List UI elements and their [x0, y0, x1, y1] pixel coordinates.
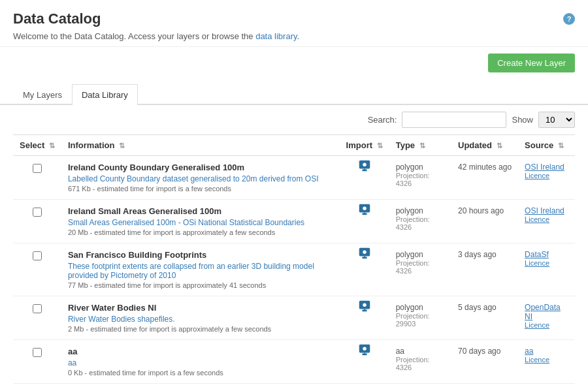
data-library-link[interactable]: data library	[255, 31, 297, 41]
col-select: Select ⇅	[13, 135, 61, 156]
source-cell: OSI Ireland Licence	[518, 200, 575, 243]
row-description: aa	[68, 358, 333, 367]
updated-cell: 3 days ago	[451, 243, 518, 296]
search-input[interactable]	[402, 112, 506, 128]
projection: Projection: 4326	[396, 172, 445, 187]
sort-select-icon[interactable]: ⇅	[49, 142, 55, 149]
row-checkbox[interactable]	[33, 251, 42, 260]
row-description: Labelled County Boundary dataset general…	[68, 174, 333, 183]
row-meta: 0 Kb - estimated time for import is a fe…	[68, 369, 333, 377]
import-cell[interactable]	[340, 200, 389, 223]
row-title: Ireland County Boundary Generalised 100m	[68, 163, 333, 172]
row-description: Small Areas Generalised 100m - OSi Natio…	[68, 218, 333, 227]
type-name: aa	[396, 347, 445, 356]
col-import: Import ⇅	[340, 135, 389, 156]
source-link[interactable]: aa	[525, 347, 533, 356]
col-updated: Updated ⇅	[451, 135, 518, 156]
type-name: polygon	[396, 250, 445, 259]
tabs: My Layers Data Library	[0, 84, 588, 105]
table-row: Ireland County Boundary Generalised 100m…	[13, 156, 575, 200]
row-description: These footprint extents are collapsed fr…	[68, 262, 333, 280]
col-information: Information ⇅	[61, 135, 340, 156]
row-title: aa	[68, 347, 333, 356]
source-cell: aa Licence	[518, 340, 575, 384]
search-label: Search:	[368, 115, 397, 125]
col-type: Type ⇅	[389, 135, 451, 156]
row-checkbox[interactable]	[33, 208, 42, 217]
projection: Projection: 29903	[396, 312, 445, 328]
info-cell: River Water Bodies NI River Water Bodies…	[61, 296, 340, 340]
svg-point-9	[363, 250, 367, 254]
type-name: polygon	[396, 206, 445, 215]
licence-link[interactable]: Licence	[525, 172, 568, 179]
svg-rect-3	[364, 169, 365, 170]
updated-cell: 5 days ago	[451, 296, 518, 340]
svg-rect-11	[364, 257, 365, 258]
help-icon[interactable]: ?	[563, 13, 575, 25]
create-new-layer-button[interactable]: Create New Layer	[488, 54, 575, 72]
import-cell[interactable]	[340, 156, 389, 179]
updated-cell: 42 minutes ago	[451, 156, 518, 200]
info-cell: Ireland County Boundary Generalised 100m…	[61, 156, 340, 200]
source-cell: DataSf Licence	[518, 243, 575, 296]
row-meta: 20 Mb - estimated time for import is app…	[68, 228, 333, 236]
row-checkbox[interactable]	[33, 164, 42, 173]
svg-rect-15	[364, 309, 365, 311]
show-label: Show	[512, 115, 533, 125]
import-icon[interactable]	[357, 159, 372, 173]
row-title: Ireland Small Areas Generalised 100m	[68, 206, 333, 216]
sort-source-icon[interactable]: ⇅	[558, 142, 564, 149]
projection: Projection: 4326	[396, 215, 445, 231]
svg-rect-19	[364, 353, 365, 354]
source-link[interactable]: OpenData NI	[525, 303, 561, 321]
type-name: polygon	[396, 303, 445, 312]
type-cell: polygon Projection: 4326	[389, 156, 451, 200]
info-cell: aa aa 0 Kb - estimated time for import i…	[61, 340, 340, 384]
type-cell: polygon Projection: 4326	[389, 243, 451, 296]
row-meta: 2 Mb - estimated time for import is appr…	[68, 325, 333, 333]
sort-information-icon[interactable]: ⇅	[119, 142, 125, 149]
import-cell[interactable]	[340, 296, 389, 320]
table-row: Ireland Small Areas Generalised 100m Sma…	[13, 200, 575, 243]
tab-data-library[interactable]: Data Library	[72, 84, 138, 105]
type-cell: aa Projection: 4326	[389, 340, 451, 384]
sort-type-icon[interactable]: ⇅	[419, 142, 425, 149]
source-link[interactable]: OSI Ireland	[525, 163, 564, 172]
select-cell	[13, 296, 61, 340]
info-cell: San Francisco Building Footprints These …	[61, 243, 340, 296]
table-row: River Water Bodies NI River Water Bodies…	[13, 296, 575, 340]
licence-link[interactable]: Licence	[525, 215, 568, 223]
import-cell[interactable]	[340, 243, 389, 267]
svg-point-5	[363, 206, 367, 210]
import-icon[interactable]	[357, 299, 372, 313]
import-cell[interactable]	[340, 340, 389, 364]
data-table: Select ⇅ Information ⇅ Import ⇅ Type ⇅ U…	[13, 134, 575, 384]
licence-link[interactable]: Licence	[525, 321, 568, 329]
sort-updated-icon[interactable]: ⇅	[497, 142, 502, 149]
updated-cell: 20 hours ago	[451, 200, 518, 243]
row-meta: 671 Kb - estimated time for import is a …	[68, 185, 333, 193]
import-icon[interactable]	[357, 202, 372, 217]
row-title: River Water Bodies NI	[68, 303, 333, 313]
select-cell	[13, 340, 61, 384]
col-source: Source ⇅	[518, 135, 575, 156]
select-cell	[13, 243, 61, 296]
table-row: San Francisco Building Footprints These …	[13, 243, 575, 296]
source-link[interactable]: OSI Ireland	[525, 206, 564, 215]
import-icon[interactable]	[357, 246, 372, 260]
source-link[interactable]: DataSf	[525, 250, 549, 259]
row-title: San Francisco Building Footprints	[68, 250, 333, 260]
select-cell	[13, 200, 61, 243]
row-checkbox[interactable]	[33, 348, 42, 357]
sort-import-icon[interactable]: ⇅	[377, 142, 383, 149]
svg-point-1	[363, 163, 367, 166]
licence-link[interactable]: Licence	[525, 259, 568, 267]
show-select[interactable]: 10 25 50 100	[538, 112, 575, 128]
tab-my-layers[interactable]: My Layers	[13, 84, 72, 105]
row-checkbox[interactable]	[33, 304, 42, 313]
updated-cell: 70 days ago	[451, 340, 518, 384]
type-cell: polygon Projection: 29903	[389, 296, 451, 340]
import-icon[interactable]	[357, 343, 372, 357]
licence-link[interactable]: Licence	[525, 356, 568, 364]
page-title: Data Catalog	[13, 10, 575, 27]
